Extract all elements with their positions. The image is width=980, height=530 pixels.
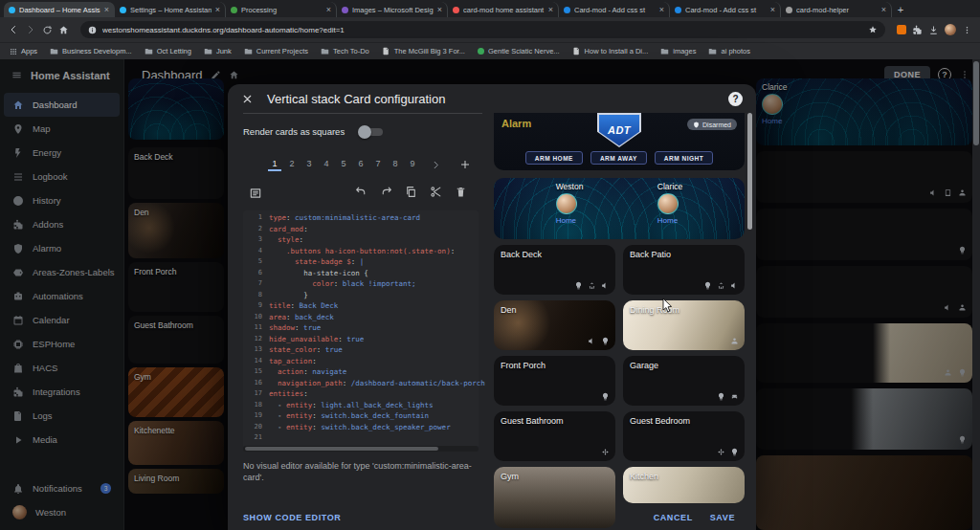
browser-tab[interactable]: Card-mod - Add css st× (559, 2, 670, 17)
bookmark-item[interactable]: Gentle Sciatic Nerve... (478, 47, 560, 55)
show-code-editor-button[interactable]: SHOW CODE EDITOR (243, 513, 341, 522)
persons-card[interactable]: WestonHomeClariceHome (494, 178, 745, 239)
person-entry[interactable]: ClariceHome (657, 178, 682, 239)
tab-close-icon[interactable]: × (881, 6, 886, 14)
bookmark-item[interactable]: How to Install a Di... (572, 47, 649, 55)
page-scrollbar[interactable] (972, 59, 980, 530)
code-line[interactable]: 18 - entity: light.all_back_deck_lights (243, 400, 479, 411)
bookmark-item[interactable]: images (660, 47, 696, 55)
card-tab-4[interactable]: 4 (320, 159, 333, 171)
new-tab-button[interactable]: + (892, 2, 909, 17)
undo-icon[interactable] (355, 185, 368, 202)
redo-icon[interactable] (380, 185, 392, 202)
card-tab-9[interactable]: 9 (406, 159, 419, 171)
yaml-editor[interactable]: 1type: custom:minimalistic-area-card2car… (243, 210, 479, 452)
arm-home-button[interactable]: ARM HOME (525, 151, 583, 165)
back-icon[interactable] (8, 24, 19, 35)
code-line[interactable]: 7 color: black !important; (243, 278, 479, 290)
browser-tab[interactable]: Dashboard – Home Assis× (4, 2, 115, 17)
bookmark-item[interactable]: Apps (10, 47, 37, 55)
card-tab-3[interactable]: 3 (302, 159, 316, 171)
tab-close-icon[interactable]: × (215, 6, 220, 14)
browser-tab[interactable]: card-mod-helper× (781, 2, 892, 17)
browser-tab[interactable]: Processing× (226, 2, 337, 17)
fountain-icon[interactable] (588, 281, 596, 290)
person-entry[interactable]: WestonHome (556, 178, 584, 239)
tab-close-icon[interactable]: × (437, 6, 442, 14)
editor-hscrollbar-thumb[interactable] (245, 447, 438, 451)
arm-night-button[interactable]: ARM NIGHT (655, 151, 713, 165)
area-card-back-patio[interactable]: Back Patio (623, 245, 745, 295)
dialog-help-icon[interactable]: ? (728, 92, 743, 106)
area-card-guest-bedroom[interactable]: Guest Bedroom (623, 411, 745, 461)
card-tab-7[interactable]: 7 (371, 159, 385, 171)
fan-icon[interactable] (717, 448, 725, 456)
site-info-icon[interactable] (88, 26, 97, 34)
bookmark-item[interactable]: ai photos (708, 47, 749, 55)
browser-menu-icon[interactable] (962, 25, 972, 35)
card-tab-1[interactable]: 1 (268, 159, 281, 171)
bulb-icon[interactable] (574, 281, 583, 290)
tab-close-icon[interactable]: × (104, 6, 109, 14)
close-icon[interactable] (241, 93, 254, 105)
code-line[interactable]: 4 .buttons ha-icon-button:not(.state-on)… (243, 246, 479, 257)
tab-close-icon[interactable]: × (326, 6, 331, 14)
code-line[interactable]: 6 ha-state-icon { (243, 268, 479, 279)
fountain-icon[interactable] (717, 281, 725, 290)
forward-icon[interactable] (25, 24, 36, 35)
editor-block-icon[interactable] (249, 187, 262, 200)
add-card-icon[interactable] (459, 159, 471, 170)
dialog-scrollbar-thumb[interactable] (747, 113, 752, 230)
area-card-garage[interactable]: Garage (623, 356, 745, 406)
reload-icon[interactable] (42, 25, 53, 35)
fan-icon[interactable] (601, 448, 610, 456)
bulb-icon[interactable] (703, 281, 712, 290)
bookmark-item[interactable]: Junk (204, 47, 232, 55)
speaker-icon[interactable] (601, 281, 610, 290)
code-line[interactable]: 14tap_action: (243, 356, 479, 367)
bookmark-item[interactable]: Oct Letting (145, 47, 191, 55)
code-line[interactable]: 1type: custom:minimalistic-area-card (243, 212, 479, 224)
code-line[interactable]: 12hide_unavailable: true (243, 334, 479, 345)
bulb-icon[interactable] (730, 448, 739, 456)
card-tab-2[interactable]: 2 (285, 159, 299, 171)
bulb-icon[interactable] (717, 392, 725, 401)
code-line[interactable]: 8 } (243, 290, 479, 301)
tab-close-icon[interactable]: × (770, 6, 775, 14)
editor-hscrollbar[interactable] (243, 446, 479, 452)
card-tab-8[interactable]: 8 (389, 159, 402, 171)
browser-tab[interactable]: Card-mod - Add css st× (670, 2, 781, 17)
car-icon[interactable] (730, 392, 739, 401)
arm-away-button[interactable]: ARM AWAY (590, 151, 647, 165)
bookmark-item[interactable]: Business Developm... (50, 47, 132, 55)
bulb-icon[interactable] (601, 337, 610, 345)
browser-tab[interactable]: card-mod home assistant× (448, 2, 559, 17)
cancel-button[interactable]: CANCEL (654, 513, 693, 522)
extension-icon[interactable] (897, 25, 906, 34)
address-bar[interactable]: westonshomeassistant.duckdns.org/dashboa… (80, 21, 885, 38)
bookmark-item[interactable]: The McGill Big 3 For... (382, 47, 465, 55)
code-line[interactable]: 3 style: (243, 234, 479, 246)
person-icon[interactable] (730, 337, 739, 345)
code-line[interactable]: 19 - entity: switch.back_deck_fountain (243, 410, 479, 422)
area-card-front-porch[interactable]: Front Porch (494, 356, 615, 406)
bookmark-item[interactable]: Tech To-Do (321, 47, 369, 55)
area-card-dining-room[interactable]: Dining Room (623, 300, 745, 350)
area-card-den[interactable]: Den (494, 300, 615, 350)
area-card-guest-bathroom[interactable]: Guest Bathroom (494, 411, 615, 461)
browser-tab[interactable]: Images – Microsoft Desig× (337, 2, 448, 17)
bookmark-star-icon[interactable] (868, 25, 878, 34)
browser-tab[interactable]: Settings – Home Assistant× (115, 2, 226, 17)
code-line[interactable]: 13state_color: true (243, 344, 479, 356)
copy-icon[interactable] (405, 185, 417, 202)
code-line[interactable]: 15 action: navigate (243, 366, 479, 378)
code-line[interactable]: 16 navigation_path: /dashboard-automatic… (243, 378, 479, 389)
card-tab-5[interactable]: 5 (337, 159, 350, 171)
home-icon[interactable] (58, 25, 69, 35)
code-line[interactable]: 10area: back_deck (243, 312, 479, 323)
cut-icon[interactable] (430, 185, 442, 202)
card-tabs-next-icon[interactable] (431, 160, 441, 170)
card-tab-6[interactable]: 6 (354, 159, 368, 171)
speaker-icon[interactable] (588, 337, 596, 345)
downloads-icon[interactable] (928, 25, 939, 35)
